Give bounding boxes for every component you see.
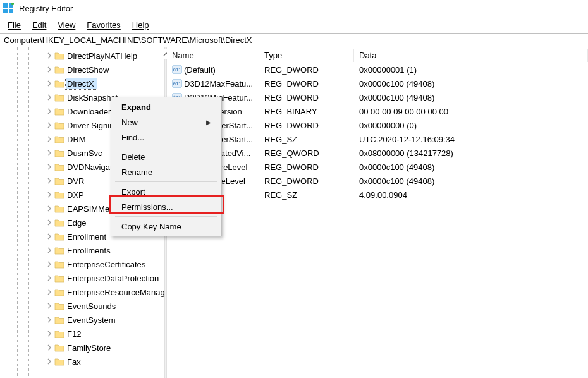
col-name[interactable]: Name: [167, 49, 259, 62]
menu-edit[interactable]: Edit: [27, 19, 51, 31]
ctx-permissions[interactable]: Permissions...: [113, 199, 220, 214]
submenu-arrow-icon: ▶: [206, 119, 211, 126]
value-data: 0x00000001 (1): [354, 64, 588, 76]
folder-icon: [54, 260, 64, 269]
menu-file[interactable]: File: [3, 19, 26, 31]
menu-help[interactable]: Help: [127, 19, 154, 31]
ctx-expand[interactable]: Expand: [113, 99, 220, 114]
folder-icon: [54, 79, 64, 88]
chevron-right-icon[interactable]: [44, 107, 53, 116]
address-bar[interactable]: Computer\HKEY_LOCAL_MACHINE\SOFTWARE\Mic…: [0, 33, 588, 47]
value-type: REG_DWORD: [259, 161, 354, 173]
ctx-copy-key-name[interactable]: Copy Key Name: [113, 219, 220, 234]
folder-icon: [54, 149, 64, 157]
tree-item[interactable]: Fax: [0, 355, 164, 369]
list-row[interactable]: D3D12MinFeatur...REG_DWORD0x0000c100 (49…: [167, 90, 588, 104]
tree-item[interactable]: EventSystem: [0, 313, 164, 327]
value-type: REG_BINARY: [259, 106, 354, 118]
list-header: Name Type Data: [167, 47, 588, 63]
folder-icon: [54, 357, 64, 366]
folder-icon: [54, 107, 64, 116]
ctx-find[interactable]: Find...: [113, 130, 220, 145]
tree-item[interactable]: DirectShow: [0, 63, 164, 76]
tree-label: EventSystem: [66, 315, 118, 326]
tree-label: DusmSvc: [66, 148, 105, 159]
tree-item[interactable]: DirectX: [0, 76, 164, 90]
tree-item[interactable]: Enrollments: [0, 243, 164, 257]
folder-icon: [54, 343, 64, 352]
ctx-rename[interactable]: Rename: [113, 164, 220, 180]
list-row[interactable]: LastUpdaterStart...REG_DWORD0x00000000 (…: [167, 118, 588, 132]
chevron-right-icon[interactable]: [44, 302, 53, 310]
list-pane[interactable]: Name Type Data (Default)REG_DWORD0x00000…: [167, 47, 588, 378]
folder-icon: [54, 232, 64, 241]
chevron-right-icon[interactable]: [44, 260, 53, 269]
value-type: REG_SZ: [259, 133, 354, 145]
chevron-right-icon[interactable]: [44, 204, 53, 213]
tree-label: DVR: [66, 176, 87, 186]
tree-item[interactable]: FamilyStore: [0, 341, 164, 355]
chevron-right-icon[interactable]: [44, 93, 53, 102]
chevron-right-icon[interactable]: [44, 274, 53, 283]
folder-icon: [54, 176, 64, 185]
chevron-right-icon[interactable]: [44, 149, 53, 157]
ctx-delete[interactable]: Delete: [113, 149, 220, 164]
chevron-right-icon[interactable]: [44, 190, 53, 199]
folder-icon: [54, 65, 64, 74]
chevron-right-icon[interactable]: [44, 246, 53, 255]
col-type[interactable]: Type: [259, 49, 354, 62]
chevron-right-icon[interactable]: [44, 329, 53, 338]
tree-item[interactable]: EnterpriseResourceManager: [0, 285, 164, 299]
svg-rect-2: [3, 9, 8, 13]
chevron-right-icon[interactable]: [44, 65, 53, 74]
app-icon: [3, 3, 14, 14]
chevron-right-icon[interactable]: [44, 176, 53, 185]
chevron-right-icon[interactable]: [44, 121, 53, 130]
menu-view[interactable]: View: [52, 19, 80, 31]
tree-item[interactable]: EventSounds: [0, 299, 164, 313]
ctx-export[interactable]: Export: [113, 184, 220, 199]
menu-bar: File Edit View Favorites Help: [0, 18, 588, 33]
list-row[interactable]: D3D12MaxFeatu...REG_DWORD0x0000c100 (494…: [167, 76, 588, 90]
tree-item[interactable]: F12: [0, 327, 164, 341]
list-row[interactable]: InstalledVersionREG_BINARY00 00 00 09 00…: [167, 104, 588, 118]
value-data: UTC.2020-12-12.16:09:34: [354, 133, 588, 145]
ctx-new[interactable]: New▶: [113, 114, 220, 130]
chevron-right-icon[interactable]: [44, 162, 53, 171]
value-type: REG_DWORD: [259, 92, 354, 104]
tree-item[interactable]: EnterpriseDataProtection: [0, 271, 164, 285]
list-row[interactable]: MinFeatureLevelREG_DWORD0x0000c100 (4940…: [167, 174, 588, 188]
value-name: (Default): [184, 65, 216, 75]
tree-item[interactable]: EnterpriseCertificates: [0, 257, 164, 271]
folder-icon: [54, 162, 64, 171]
list-row[interactable]: LastUpdaterStart...REG_SZUTC.2020-12-12.…: [167, 132, 588, 146]
tree-label: Fax: [66, 357, 83, 367]
chevron-right-icon[interactable]: [44, 343, 53, 352]
folder-icon: [54, 51, 64, 60]
chevron-right-icon[interactable]: [44, 357, 53, 366]
value-data: 0x00000000 (0): [354, 119, 588, 131]
list-row[interactable]: VersionREG_SZ4.09.00.0904: [167, 188, 588, 202]
chevron-right-icon[interactable]: [44, 288, 53, 296]
chevron-right-icon[interactable]: [44, 218, 53, 227]
folder-icon: [54, 315, 64, 324]
menu-favorites[interactable]: Favorites: [82, 19, 125, 31]
tree-label: EnterpriseCertificates: [66, 259, 148, 270]
list-row[interactable]: MaxDedicatedVi...REG_QWORD0x08000000 (13…: [167, 146, 588, 160]
tree-label: DirectX: [66, 78, 97, 89]
chevron-right-icon[interactable]: [44, 232, 53, 241]
folder-icon: [54, 302, 64, 310]
list-row[interactable]: (Default)REG_DWORD0x00000001 (1): [167, 63, 588, 76]
chevron-right-icon[interactable]: [44, 79, 53, 88]
tree-label: DirectPlayNATHelp: [66, 51, 140, 61]
value-data: 0x0000c100 (49408): [354, 175, 588, 187]
chevron-right-icon[interactable]: [44, 315, 53, 324]
folder-icon: [54, 274, 64, 283]
chevron-right-icon[interactable]: [44, 135, 53, 143]
folder-icon: [54, 329, 64, 338]
list-row[interactable]: MaxFeatureLevelREG_DWORD0x0000c100 (4940…: [167, 160, 588, 174]
tree-item[interactable]: DirectPlayNATHelp: [0, 49, 164, 63]
value-data: 4.09.00.0904: [354, 189, 588, 201]
col-data[interactable]: Data: [354, 49, 588, 62]
chevron-right-icon[interactable]: [44, 51, 53, 60]
